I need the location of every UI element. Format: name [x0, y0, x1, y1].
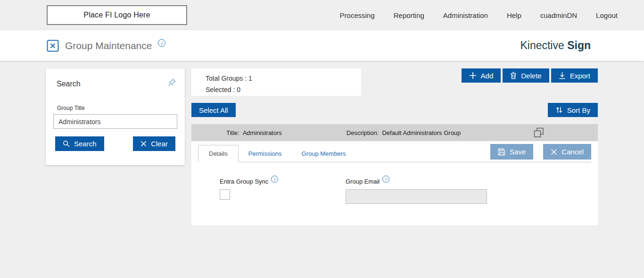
- brand-logo: Kinective Sign: [520, 39, 591, 52]
- push-pin-icon: [167, 78, 176, 87]
- details-tab-content: Entra Group Sync i Group Email i: [191, 162, 598, 225]
- copy-group-button[interactable]: [534, 127, 544, 138]
- brand-name-regular: Kinective: [520, 39, 567, 51]
- group-description-label: Description:: [347, 129, 379, 136]
- group-description-field: Description: Default Administrators Grou…: [347, 129, 461, 136]
- search-button-label: Search: [74, 140, 97, 148]
- group-email-field: Group Email i: [346, 178, 487, 204]
- tab-group-members[interactable]: Group Members: [292, 145, 356, 162]
- top-bar: Place FI Logo Here Processing Reporting …: [0, 0, 644, 30]
- page-header-left: Group Maintenance i: [47, 40, 165, 52]
- group-actions: Add Delete Export: [462, 68, 598, 83]
- fi-logo-text: Place FI Logo Here: [83, 11, 150, 19]
- group-row[interactable]: Title: Administrators Description: Defau…: [191, 124, 598, 141]
- group-email-info-icon[interactable]: i: [382, 176, 389, 183]
- summary-box: Total Groups : 1 Selected : 0: [191, 68, 361, 96]
- save-button-label: Save: [510, 148, 526, 156]
- nav-item-processing[interactable]: Processing: [340, 11, 375, 19]
- copy-squares-icon: [534, 127, 544, 138]
- pin-button[interactable]: [166, 77, 177, 89]
- page-header: Group Maintenance i Kinective Sign: [0, 30, 644, 61]
- sort-by-button[interactable]: Sort By: [548, 103, 598, 117]
- total-groups-label: Total Groups :: [206, 75, 247, 82]
- total-groups-value: 1: [248, 75, 252, 82]
- clear-button-label: Clear: [151, 140, 168, 148]
- entra-group-sync-field: Entra Group Sync i: [220, 178, 346, 204]
- cancel-button-label: Cancel: [561, 148, 584, 156]
- search-button-row: Search Clear: [55, 136, 175, 151]
- save-button[interactable]: Save: [490, 144, 533, 160]
- detail-tabs: Details Permissions Group Members Save: [198, 141, 591, 162]
- clear-button[interactable]: Clear: [133, 136, 175, 151]
- group-email-label: Group Email: [346, 178, 380, 185]
- group-maintenance-app-icon: [47, 40, 59, 52]
- group-email-label-row: Group Email i: [346, 178, 487, 185]
- selected-value: 0: [237, 86, 240, 93]
- nav-item-reporting[interactable]: Reporting: [394, 11, 424, 19]
- select-all-button-label: Select All: [199, 106, 228, 114]
- delete-button-label: Delete: [521, 72, 541, 80]
- group-title-field-label: Title:: [226, 129, 239, 136]
- group-email-input[interactable]: [346, 189, 487, 204]
- floppy-disk-icon: [498, 148, 505, 156]
- group-title-field-value: Administrators: [243, 129, 282, 136]
- nav-item-user-cuadmindn[interactable]: cuadminDN: [540, 11, 577, 19]
- search-panel-header: Search: [53, 76, 177, 89]
- main-content: Search Group Title Search: [0, 61, 644, 225]
- magnifier-icon: [63, 140, 70, 147]
- selected-label: Selected :: [206, 86, 235, 93]
- group-title-label: Group Title: [57, 105, 177, 111]
- up-down-arrows-icon: [555, 106, 563, 114]
- fi-logo-placeholder: Place FI Logo Here: [47, 5, 187, 25]
- search-panel: Search Group Title Search: [46, 68, 185, 165]
- nav-item-administration[interactable]: Administration: [443, 11, 488, 19]
- entra-group-sync-info-icon[interactable]: i: [271, 176, 278, 183]
- group-title-input[interactable]: [53, 114, 177, 129]
- delete-button[interactable]: Delete: [503, 68, 549, 83]
- brand-name-bold: Sign: [567, 39, 591, 51]
- sort-by-button-label: Sort By: [567, 106, 590, 114]
- entra-group-sync-checkbox[interactable]: [220, 189, 230, 200]
- nav-item-logout[interactable]: Logout: [596, 11, 618, 19]
- nav-item-help[interactable]: Help: [507, 11, 521, 19]
- page-title-info-icon[interactable]: i: [158, 39, 165, 47]
- export-button-label: Export: [570, 72, 590, 80]
- plus-icon: [469, 72, 477, 79]
- x-icon: [551, 149, 557, 155]
- search-button[interactable]: Search: [55, 136, 104, 151]
- top-navigation: Processing Reporting Administration Help…: [340, 11, 618, 19]
- total-groups-line: Total Groups : 1: [206, 73, 361, 84]
- page-title: Group Maintenance: [65, 40, 152, 51]
- group-description-value: Default Administrators Group: [382, 129, 461, 136]
- list-controls-row: Select All Sort By: [191, 103, 598, 117]
- cancel-button[interactable]: Cancel: [543, 144, 591, 160]
- search-panel-title: Search: [57, 80, 81, 88]
- selected-line: Selected : 0: [206, 84, 361, 95]
- add-button-label: Add: [481, 72, 494, 80]
- x-icon: [140, 141, 147, 147]
- tab-details[interactable]: Details: [198, 145, 239, 162]
- group-detail-panel: Details Permissions Group Members Save: [191, 141, 598, 225]
- results-area: Total Groups : 1 Selected : 0 Add: [191, 68, 598, 225]
- entra-group-sync-label-row: Entra Group Sync i: [220, 178, 346, 185]
- detail-actions: Save Cancel: [490, 144, 591, 160]
- export-button[interactable]: Export: [551, 68, 598, 83]
- entra-group-sync-label: Entra Group Sync: [220, 178, 268, 185]
- trash-icon: [510, 72, 517, 79]
- add-button[interactable]: Add: [462, 68, 501, 83]
- download-icon: [559, 72, 566, 79]
- results-top-row: Total Groups : 1 Selected : 0 Add: [191, 68, 598, 96]
- tab-permissions[interactable]: Permissions: [239, 145, 292, 162]
- select-all-button[interactable]: Select All: [191, 103, 236, 117]
